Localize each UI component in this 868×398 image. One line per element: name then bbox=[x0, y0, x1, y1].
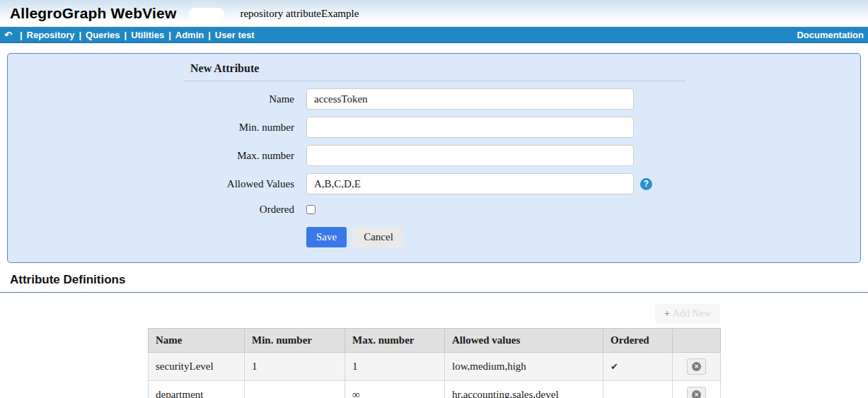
form-row-max-number: Max. number bbox=[8, 145, 860, 166]
form-row-name: Name bbox=[8, 88, 860, 110]
back-arrow-icon[interactable]: ↶ bbox=[4, 30, 12, 40]
form-row-ordered: Ordered bbox=[8, 204, 860, 215]
max-number-input[interactable] bbox=[306, 145, 634, 166]
cell-actions: ✕ bbox=[673, 353, 721, 381]
cell-max: 1 bbox=[345, 353, 445, 381]
repository-label: repository bbox=[240, 8, 283, 19]
table-header-row: Name Min. number Max. number Allowed val… bbox=[149, 329, 721, 353]
cell-ordered bbox=[603, 381, 673, 398]
add-new-label: Add New bbox=[673, 308, 711, 319]
new-attribute-panel: New Attribute Name Min. number Max. numb… bbox=[7, 53, 861, 263]
cell-actions: ✕ bbox=[673, 381, 721, 398]
check-icon: ✔ bbox=[611, 361, 618, 372]
nav-separator: | bbox=[20, 30, 23, 40]
table-row-department: department ∞ hr,accounting,sales,devel ✕ bbox=[149, 381, 721, 398]
name-label: Name bbox=[8, 93, 294, 105]
attribute-definitions-table: Name Min. number Max. number Allowed val… bbox=[148, 328, 721, 398]
cancel-button[interactable]: Cancel bbox=[354, 227, 403, 247]
cell-min: 1 bbox=[245, 353, 345, 381]
nav-separator: | bbox=[208, 30, 211, 40]
cell-ordered: ✔ bbox=[603, 353, 673, 381]
delete-button[interactable]: ✕ bbox=[687, 387, 706, 398]
name-input[interactable] bbox=[306, 88, 634, 110]
table-row-securitylevel: securityLevel 1 1 low,medium,high ✔ ✕ bbox=[149, 353, 721, 381]
attribute-definitions-title: Attribute Definitions bbox=[0, 273, 868, 293]
cell-name: securityLevel bbox=[149, 353, 245, 381]
nav-item-queries[interactable]: Queries bbox=[86, 30, 120, 40]
nav-separator: | bbox=[79, 30, 81, 40]
nav-separator: | bbox=[168, 30, 171, 40]
header-name: Name bbox=[149, 329, 245, 353]
header-allowed-values: Allowed values bbox=[445, 329, 603, 353]
panel-title: New Attribute bbox=[183, 62, 685, 81]
header-max-number: Max. number bbox=[345, 329, 445, 353]
main-navbar: ↶ | Repository | Queries | Utilities | A… bbox=[0, 27, 868, 43]
min-number-label: Min. number bbox=[8, 122, 294, 134]
top-header: AllegroGraph WebView repository attribut… bbox=[0, 0, 868, 27]
plus-icon: + bbox=[664, 308, 670, 319]
ordered-checkbox[interactable] bbox=[306, 205, 316, 214]
cell-allowed: hr,accounting,sales,devel bbox=[445, 381, 603, 398]
delete-icon: ✕ bbox=[692, 362, 701, 371]
add-new-button[interactable]: +Add New bbox=[655, 304, 720, 324]
help-icon[interactable]: ? bbox=[640, 178, 652, 190]
repository-name[interactable]: attributeExample bbox=[286, 8, 359, 19]
allowed-values-input[interactable] bbox=[306, 173, 634, 194]
nav-item-documentation[interactable]: Documentation bbox=[797, 30, 864, 40]
nav-separator: | bbox=[125, 30, 127, 40]
allowed-values-label: Allowed Values bbox=[8, 178, 294, 190]
form-buttons: Save Cancel bbox=[306, 227, 860, 247]
nav-item-user-test[interactable]: User test bbox=[215, 30, 255, 40]
cell-allowed: low,medium,high bbox=[445, 353, 603, 381]
blank-badge bbox=[189, 8, 224, 20]
header-ordered: Ordered bbox=[603, 329, 673, 353]
header-actions bbox=[673, 329, 721, 353]
min-number-input[interactable] bbox=[306, 117, 634, 138]
delete-icon: ✕ bbox=[692, 390, 701, 398]
delete-button[interactable]: ✕ bbox=[687, 358, 706, 375]
cell-min bbox=[245, 381, 345, 398]
nav-item-repository[interactable]: Repository bbox=[27, 30, 75, 40]
repository-info: repository attributeExample bbox=[240, 8, 359, 20]
max-number-label: Max. number bbox=[8, 150, 294, 162]
form-row-min-number: Min. number bbox=[8, 117, 860, 138]
save-button[interactable]: Save bbox=[306, 227, 347, 247]
cell-name: department bbox=[149, 381, 245, 398]
nav-item-admin[interactable]: Admin bbox=[175, 30, 204, 40]
ordered-label: Ordered bbox=[8, 204, 294, 216]
add-new-row: +Add New bbox=[0, 304, 868, 324]
form-row-allowed-values: Allowed Values ? bbox=[8, 173, 860, 194]
header-min-number: Min. number bbox=[245, 329, 345, 353]
app-title: AllegroGraph WebView bbox=[10, 5, 176, 22]
cell-max: ∞ bbox=[345, 381, 445, 398]
nav-item-utilities[interactable]: Utilities bbox=[131, 30, 164, 40]
